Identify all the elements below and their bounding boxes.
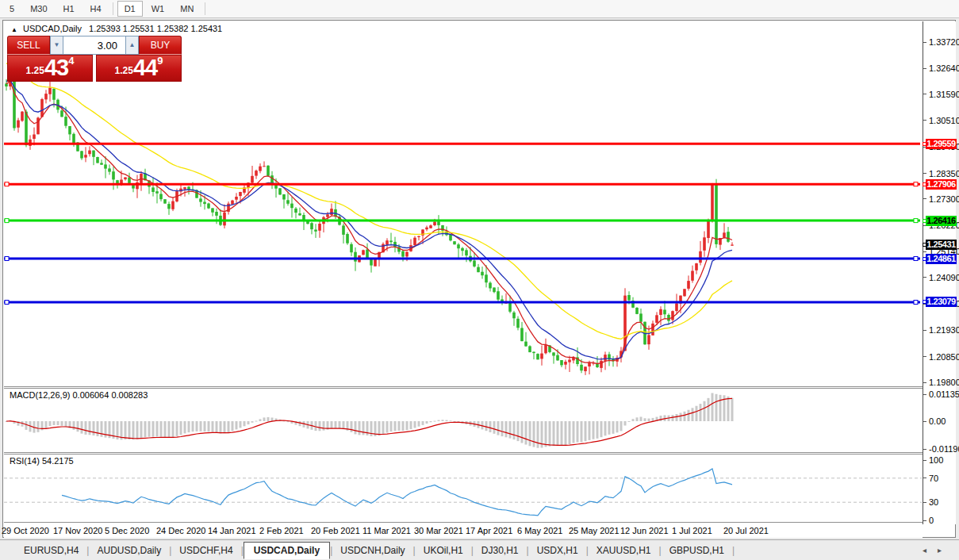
- axis-tick-mark: [923, 460, 926, 461]
- timeframe-button-h4[interactable]: H4: [83, 1, 109, 17]
- axis-tick-mark: [923, 68, 926, 69]
- volume-step-up-button[interactable]: ▲: [125, 36, 139, 55]
- hline-endpoint[interactable]: [914, 257, 918, 261]
- macd-label: MACD(12,26,9) 0.006064 0.008283: [10, 390, 148, 400]
- hline-endpoint[interactable]: [5, 301, 9, 305]
- chart-symbol-label: USDCAD,Daily: [23, 24, 82, 33]
- buy-price-box[interactable]: 1.25449: [96, 55, 182, 82]
- line-anchor-square[interactable]: [923, 243, 926, 247]
- price-axis-tick: 1.33720: [929, 37, 959, 47]
- date-axis-label: 20 Feb 2021: [311, 526, 360, 535]
- price-axis-tick: 1.20850: [929, 352, 959, 362]
- timeframe-button-m30[interactable]: M30: [23, 1, 54, 17]
- tab-scroll-arrows[interactable]: ◂▸: [923, 546, 953, 554]
- chart-tab-dj30-h1[interactable]: DJ30,H1: [474, 543, 527, 558]
- axis-tick-mark: [923, 356, 926, 357]
- line-anchor-square[interactable]: [923, 219, 926, 223]
- axis-tick-mark: [923, 173, 926, 174]
- axis-tick-mark: [923, 42, 926, 43]
- hline-price-label: 1.24861: [926, 254, 957, 264]
- date-axis-label: 14 Jan 2021: [208, 526, 256, 535]
- trade-panel-prices: 1.25434 1.25449: [7, 55, 182, 82]
- price-axis-tick: 1.32640: [929, 63, 959, 73]
- date-axis-label: 5 Dec 2020: [105, 526, 149, 535]
- volume-step-down-button[interactable]: ▼: [50, 36, 63, 55]
- axis-tick-mark: [923, 94, 926, 94]
- date-axis-label: 12 Jun 2021: [620, 526, 669, 535]
- hline-endpoint[interactable]: [5, 182, 9, 186]
- chart-tab-audusd-daily[interactable]: AUDUSD,Daily: [89, 543, 169, 558]
- hline-endpoint[interactable]: [5, 219, 9, 223]
- date-axis[interactable]: 29 Oct 202017 Nov 20205 Dec 202024 Dec 2…: [4, 524, 923, 538]
- date-axis-label: 29 Oct 2020: [2, 526, 49, 535]
- line-anchor-square[interactable]: [923, 300, 926, 304]
- timeframe-button-mn[interactable]: MN: [173, 1, 201, 17]
- hline-endpoint[interactable]: [914, 219, 918, 223]
- chart-tab-xauusd-h1[interactable]: XAUUSD,H1: [589, 543, 659, 558]
- axis-tick-mark: [923, 502, 926, 503]
- price-axis-tick: 1.21930: [929, 325, 959, 335]
- line-anchor-square[interactable]: [923, 182, 926, 186]
- current-price-label: 1.25431: [926, 240, 957, 250]
- timeframe-toolbar: 5M30H1H4D1W1MN: [0, 0, 959, 18]
- hline-endpoint[interactable]: [914, 301, 918, 305]
- chart-tab-usdcad-daily[interactable]: USDCAD,Daily: [244, 542, 330, 559]
- collapse-arrow-icon[interactable]: ▲: [11, 26, 17, 33]
- sell-button[interactable]: SELL: [7, 36, 50, 55]
- macd-signal-line: [6, 398, 732, 445]
- timeframe-button-d1[interactable]: D1: [117, 1, 143, 17]
- trade-panel-controls: SELL ▼ ▲ BUY: [7, 36, 182, 55]
- hline-endpoint[interactable]: [914, 182, 918, 186]
- line-anchor-square[interactable]: [923, 142, 926, 146]
- price-axis-tick: 1.31590: [929, 90, 959, 99]
- sell-price-pip: 4: [68, 56, 74, 66]
- hline-1.26416[interactable]: [4, 219, 920, 223]
- chart-tab-usdx-h1[interactable]: USDX,H1: [529, 543, 586, 558]
- price-axis[interactable]: 1.337201.326401.315901.305101.294301.283…: [923, 21, 956, 524]
- volume-input[interactable]: [63, 36, 125, 55]
- rsi-axis-tick: 30: [929, 497, 938, 507]
- date-axis-label: 20 Jul 2021: [723, 526, 769, 535]
- axis-tick-mark: [923, 120, 926, 121]
- date-axis-label: 24 Dec 2020: [156, 526, 205, 535]
- chart-tab-eurusd-h4[interactable]: EURUSD,H4: [16, 543, 86, 558]
- rsi-axis-tick: 100: [929, 455, 943, 465]
- chart-window[interactable]: ▲ USDCAD,Daily 1.25393 1.25531 1.25382 1…: [2, 20, 956, 538]
- chart-tab-usdcnh-daily[interactable]: USDCNH,Daily: [332, 543, 412, 558]
- macd-axis-tick: -0.011904: [929, 444, 959, 454]
- timeframe-button-w1[interactable]: W1: [144, 1, 172, 17]
- horizontal-lines-group[interactable]: [4, 144, 920, 304]
- timeframe-button-h1[interactable]: H1: [56, 1, 82, 17]
- chart-tab-gbpusd-h1[interactable]: GBPUSD,H1: [662, 543, 732, 558]
- date-axis-label: 11 Mar 2021: [363, 526, 411, 535]
- hline-1.23079[interactable]: [4, 301, 920, 305]
- price-axis-tick: 1.24090: [929, 273, 959, 282]
- axis-tick-mark: [923, 330, 926, 331]
- rsi-axis-tick: 0: [929, 516, 934, 525]
- sell-price-box[interactable]: 1.25434: [7, 55, 93, 82]
- price-chart-canvas[interactable]: [4, 21, 923, 524]
- macd-axis-tick: 0.00: [929, 416, 946, 426]
- hline-price-label: 1.29559: [926, 139, 957, 149]
- timeframe-button-5[interactable]: 5: [2, 1, 21, 17]
- date-axis-label: 17 Nov 2020: [53, 526, 102, 535]
- chart-tab-ukoil-h1[interactable]: UKOil,H1: [416, 543, 471, 558]
- metatrader-screen: 5M30H1H4D1W1MN ▲ USDCAD,Daily 1.25393 1.…: [0, 0, 959, 560]
- buy-button[interactable]: BUY: [139, 36, 182, 55]
- hline-price-label: 1.26416: [926, 216, 957, 226]
- price-axis-tick: 1.30510: [929, 116, 959, 125]
- axis-tick-mark: [923, 421, 926, 422]
- hline-1.24861[interactable]: [4, 257, 920, 261]
- date-axis-label: 1 Jul 2021: [672, 526, 712, 535]
- sell-price-main: 1.25: [26, 62, 44, 79]
- price-axis-tick: 1.27300: [929, 194, 959, 204]
- date-axis-label: 25 May 2021: [569, 526, 620, 535]
- hline-endpoint[interactable]: [5, 257, 9, 261]
- price-axis-tick: 1.28350: [929, 169, 959, 178]
- moving-averages-group: [6, 63, 732, 364]
- date-axis-label: 30 Mar 2021: [414, 526, 463, 535]
- line-anchor-square[interactable]: [923, 257, 926, 261]
- chart-ohlc-values: 1.25393 1.25531 1.25382 1.25431: [89, 24, 222, 33]
- price-axis-tick: 1.19800: [929, 378, 959, 387]
- chart-tab-usdchf-h4[interactable]: USDCHF,H4: [171, 543, 240, 558]
